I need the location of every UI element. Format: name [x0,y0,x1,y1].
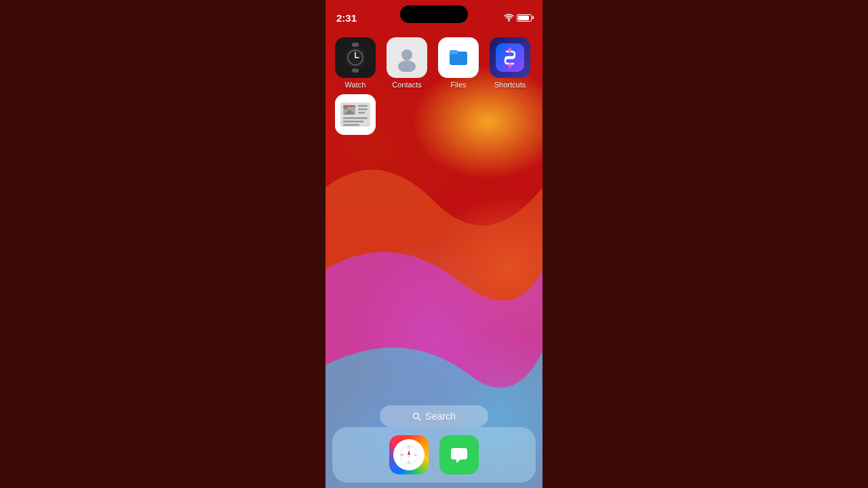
app-row-1: Watch Contacts [332,37,536,89]
clock: 2:31 [336,12,357,24]
safari-icon: N S W E [389,435,429,474]
dynamic-island [400,5,468,23]
search-icon [412,412,421,421]
status-bar: 2:31 [326,0,542,30]
shortcuts-icon [490,37,530,78]
svg-text:W: W [401,453,404,457]
battery-icon [517,14,532,22]
wifi-icon [504,14,514,22]
files-label: Files [450,81,466,89]
svg-point-7 [401,49,412,60]
dock: N S W E [332,427,536,483]
svg-rect-1 [352,68,359,73]
dock-messages[interactable] [439,435,479,474]
search-label: Search [425,411,455,422]
dock-safari[interactable]: N S W E [389,435,429,474]
app-watch[interactable]: Watch [332,37,378,89]
watch-icon [335,37,376,78]
svg-rect-20 [358,105,368,107]
svg-rect-0 [352,43,359,47]
svg-rect-24 [343,121,363,123]
app-mystery[interactable] [332,94,378,138]
left-side-bg [0,0,319,488]
app-contacts[interactable]: Contacts [384,37,430,89]
app-row-2 [332,94,536,138]
app-shortcuts[interactable]: Shortcuts [487,37,533,89]
app-files[interactable]: Files [435,37,481,89]
mystery-icon [335,94,376,135]
svg-rect-21 [358,108,368,110]
svg-rect-23 [343,117,368,119]
svg-rect-11 [450,50,458,54]
watch-label: Watch [345,81,366,89]
svg-rect-26 [343,105,355,107]
svg-line-28 [418,418,420,420]
phone-screen: 2:31 [326,0,542,488]
status-icons [504,14,532,22]
app-grid: Watch Contacts [332,37,536,143]
contacts-label: Contacts [392,81,421,89]
contacts-icon [387,37,427,78]
svg-rect-22 [358,112,365,114]
svg-point-27 [414,413,419,418]
svg-rect-25 [343,124,359,126]
messages-icon [439,435,479,474]
right-side-bg [549,0,868,488]
files-icon [438,37,479,78]
search-bar[interactable]: Search [380,405,488,427]
svg-text:N: N [408,445,410,449]
shortcuts-label: Shortcuts [494,81,526,89]
